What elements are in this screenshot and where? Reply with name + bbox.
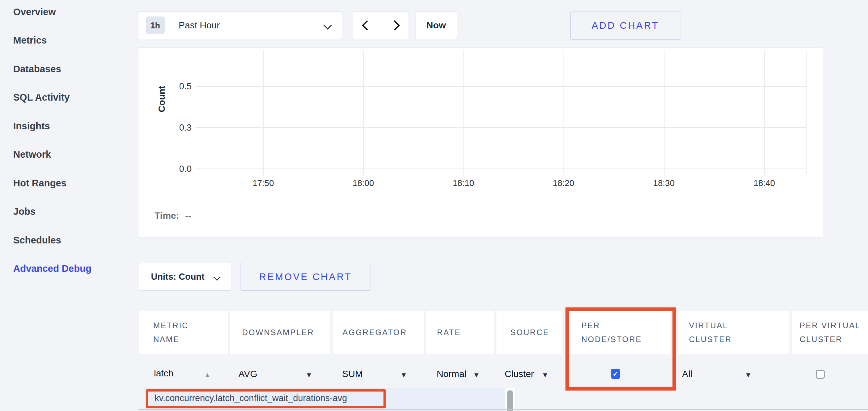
column-header-aggregator: AGGREGATOR xyxy=(333,311,424,354)
downsampler-select-value[interactable]: AVG xyxy=(239,368,257,380)
sidebar-item-sql-activity[interactable]: SQL Activity xyxy=(13,90,70,105)
virtual-cluster-select-value[interactable]: All xyxy=(682,368,692,380)
gridline-vertical xyxy=(363,50,364,175)
column-header-per-virtual-cluster: PER VIRTUAL CLUSTER xyxy=(792,311,868,354)
caret-down-icon[interactable]: ▼ xyxy=(306,371,312,378)
x-tick-label: 18:30 xyxy=(641,178,687,189)
metric-name-input[interactable] xyxy=(154,366,204,381)
column-header-virtual-cluster: VIRTUAL CLUSTER xyxy=(678,311,789,354)
chart-panel xyxy=(138,47,823,238)
y-tick-label: 0.3 xyxy=(171,122,192,133)
time-shift-button-group xyxy=(353,11,409,39)
gridline-horizontal-zero xyxy=(195,169,806,169)
add-chart-button[interactable]: ADD CHART xyxy=(570,11,680,40)
caret-down-icon[interactable]: ▼ xyxy=(400,371,407,378)
sidebar-item-databases[interactable]: Databases xyxy=(13,62,61,76)
units-select-label: Units: Count xyxy=(151,272,205,282)
time-value: -- xyxy=(185,210,191,221)
x-tick-label: 18:20 xyxy=(540,178,587,189)
sidebar-item-network[interactable]: Network xyxy=(13,147,51,162)
sidebar-item-insights[interactable]: Insights xyxy=(13,119,50,133)
viewport-bottom-edge xyxy=(138,409,868,410)
gridline-vertical xyxy=(563,50,564,175)
column-header-per-node-store: PER NODE/STORE xyxy=(569,311,671,354)
aggregator-select-value[interactable]: SUM xyxy=(342,368,363,380)
units-select[interactable]: Units: Count xyxy=(139,263,232,290)
time-window-badge: 1h xyxy=(146,16,165,34)
sidebar-item-overview[interactable]: Overview xyxy=(13,5,56,19)
chevron-left-icon xyxy=(362,20,372,30)
hover-time-readout: Time:-- xyxy=(155,210,191,221)
caret-down-icon[interactable]: ▼ xyxy=(745,371,752,378)
time-window-label: Past Hour xyxy=(179,20,220,31)
caret-up-icon[interactable]: ▲ xyxy=(204,371,211,378)
dropdown-scrollbar-thumb[interactable] xyxy=(507,390,513,411)
x-tick-label: 17:50 xyxy=(240,178,286,189)
gridline-vertical xyxy=(463,50,464,175)
chevron-down-icon xyxy=(213,273,221,281)
time-label: Time: xyxy=(155,210,179,221)
rate-select-value[interactable]: Normal xyxy=(437,368,466,380)
sidebar-item-metrics[interactable]: Metrics xyxy=(13,33,47,47)
sidebar-item-advanced-debug[interactable]: Advanced Debug xyxy=(13,261,92,276)
caret-down-icon[interactable]: ▼ xyxy=(542,371,549,378)
column-header-downsampler: DOWNSAMPLER xyxy=(230,311,330,354)
column-header-source: SOURCE xyxy=(496,311,561,354)
autocomplete-item[interactable]: kv.concurrency.latch_conflict_wait_durat… xyxy=(155,393,347,403)
gridline-horizontal xyxy=(195,127,806,128)
checkmark-icon: ✓ xyxy=(612,370,618,378)
source-select-value[interactable]: Cluster xyxy=(505,368,534,380)
now-button[interactable]: Now xyxy=(415,11,457,39)
x-tick-label: 18:10 xyxy=(440,178,487,189)
y-tick-label: 0.5 xyxy=(171,81,192,92)
per-node-store-checkbox[interactable]: ✓ xyxy=(611,369,620,379)
y-tick-label: 0.0 xyxy=(171,163,192,174)
column-header-metric-name: METRIC NAME xyxy=(139,311,228,354)
time-range-select[interactable]: 1h Past Hour xyxy=(138,11,342,39)
x-tick-label: 18:40 xyxy=(741,178,787,189)
sidebar-item-hot-ranges[interactable]: Hot Ranges xyxy=(13,176,66,190)
gridline-vertical xyxy=(806,50,807,175)
time-shift-forward-button[interactable] xyxy=(381,12,409,39)
caret-down-icon[interactable]: ▼ xyxy=(473,371,480,378)
gridline-horizontal xyxy=(195,86,806,87)
chevron-down-icon xyxy=(323,21,332,29)
time-shift-back-button[interactable] xyxy=(353,12,381,39)
gridline-vertical xyxy=(664,50,664,175)
sidebar-item-schedules[interactable]: Schedules xyxy=(13,233,61,247)
gridline-vertical xyxy=(263,50,264,175)
x-tick-label: 18:00 xyxy=(340,178,386,189)
remove-chart-button[interactable]: REMOVE CHART xyxy=(240,263,371,290)
chevron-right-icon xyxy=(390,20,400,30)
custom-chart-page: Overview Metrics Databases SQL Activity … xyxy=(0,0,868,411)
column-header-rate: RATE xyxy=(426,311,494,354)
gridline-vertical xyxy=(764,50,765,175)
per-virtual-cluster-checkbox[interactable] xyxy=(816,370,825,379)
sidebar-item-jobs[interactable]: Jobs xyxy=(13,204,36,219)
